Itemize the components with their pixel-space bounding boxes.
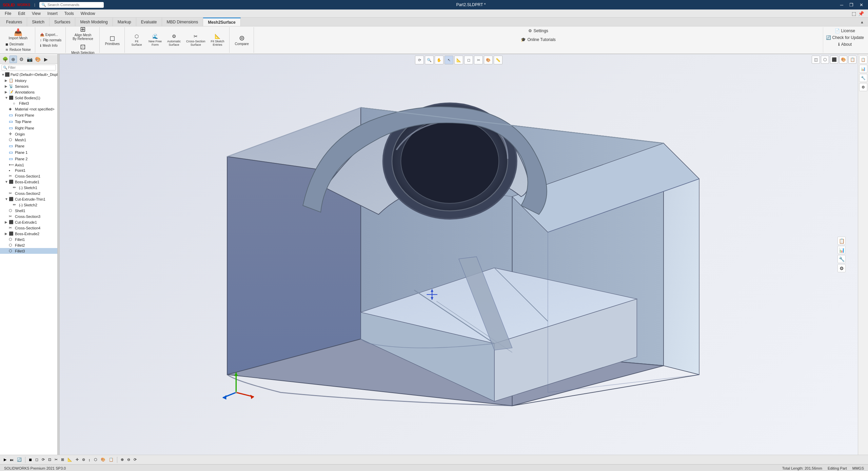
bt-cut-btn[interactable]: ✂: [54, 456, 59, 464]
tree-item-plane[interactable]: ▭ Plane: [0, 143, 57, 149]
right-panel-btn-3[interactable]: 🔧: [859, 74, 867, 82]
right-panel-btn-2[interactable]: 📊: [859, 65, 867, 73]
tree-item-cross-section4[interactable]: ✂ Cross-Section4: [0, 225, 57, 231]
tree-item-boss-extrude1[interactable]: ▼ ⬛ Boss-Extrude1: [0, 179, 57, 185]
tab-mesh2surface[interactable]: Mesh2Surface: [203, 18, 240, 26]
ft-more-btn[interactable]: ▶: [42, 56, 50, 63]
vtt-section-btn[interactable]: ✂: [474, 56, 483, 64]
bt-play-btn[interactable]: ▶: [3, 456, 7, 464]
tree-item-axis1[interactable]: ⟵ Axis1: [0, 162, 57, 168]
vt-btn-4[interactable]: 🎨: [839, 56, 847, 64]
right-panel-btn-1[interactable]: 📋: [859, 56, 867, 64]
tree-item-mesh1[interactable]: ⬡ Mesh1: [0, 137, 57, 143]
tree-item-annotations[interactable]: ▶ 📝 Annotations: [0, 89, 57, 95]
tree-item-point1[interactable]: • Point1: [0, 168, 57, 173]
tree-item-solid-bodies[interactable]: ▼ ⬛ Solid Bodies(1): [0, 95, 57, 101]
new-free-form-button[interactable]: 🌊 New FreeForm: [146, 33, 164, 47]
ft-feature-manager-btn[interactable]: 🌳: [1, 56, 9, 63]
pin-icon[interactable]: 📌: [858, 11, 864, 16]
align-mesh-button[interactable]: ⊞ Align MeshBy Reference: [71, 25, 95, 42]
vtt-zoom-btn[interactable]: 🔍: [425, 56, 434, 64]
mesh-info-button[interactable]: ℹ Mesh Info: [39, 43, 63, 48]
bt-add-btn[interactable]: ⊕: [120, 456, 125, 464]
vtt-render-btn[interactable]: 🎨: [484, 56, 493, 64]
decimate-button[interactable]: ◼ Decimate: [4, 42, 32, 47]
ft-config-manager-btn[interactable]: ⚙: [18, 56, 25, 63]
ft-render-manager-btn[interactable]: 🎨: [34, 56, 41, 63]
license-button[interactable]: 📄 License: [835, 28, 855, 33]
tree-item-sketch1[interactable]: ✏ (-) Sketch1: [0, 185, 57, 190]
tree-item-shell1[interactable]: ⬡ Shell1: [0, 208, 57, 213]
tree-item-right-plane[interactable]: ▭ Right Plane: [0, 125, 57, 131]
tree-item-cross-section3[interactable]: ✂ Cross-Section3: [0, 213, 57, 219]
tree-item-sensors[interactable]: ▶ 📡 Sensors: [0, 83, 57, 89]
vt-btn-2[interactable]: ⬡: [821, 56, 829, 64]
reduce-noise-button[interactable]: ≋ Reduce Noise: [4, 47, 32, 52]
bt-flip-btn[interactable]: ↕: [87, 456, 92, 464]
tree-item-cross-section1[interactable]: ✂ Cross-Section1: [0, 173, 57, 179]
bt-cycle-btn[interactable]: ⟳: [133, 456, 138, 464]
import-mesh-button[interactable]: 📥 Import Mesh: [7, 28, 30, 41]
tree-item-history[interactable]: ▶ 📋 History: [0, 78, 57, 83]
menu-edit[interactable]: Edit: [15, 10, 28, 17]
tab-mbd-dimensions[interactable]: MBD Dimensions: [162, 18, 203, 26]
menu-window[interactable]: Window: [77, 10, 99, 17]
tree-root[interactable]: ▼ ⬛ Part2 (Default<<Default>_Display S: [0, 71, 57, 78]
bt-wireframe-btn[interactable]: ◻: [34, 456, 39, 464]
export-button[interactable]: 📤 Export...: [39, 32, 63, 37]
close-button[interactable]: ✕: [857, 2, 865, 8]
bt-compare-btn[interactable]: ⊜: [81, 456, 86, 464]
minimize-button[interactable]: ─: [838, 2, 845, 8]
cross-section-surface-button[interactable]: ✂ Cross-SectionSurface: [184, 33, 208, 47]
bt-solid-btn[interactable]: ◼: [28, 456, 33, 464]
tab-features[interactable]: Features: [1, 18, 27, 26]
bt-sub-btn[interactable]: ⊖: [126, 456, 131, 464]
tree-item-boss-extrude2[interactable]: ▶ ⬛ Boss-Extrude2: [0, 231, 57, 237]
rp-btn-1[interactable]: 📋: [837, 237, 846, 245]
rp-btn-4[interactable]: ⚙: [837, 264, 846, 272]
tree-item-cross-section2[interactable]: ✂ Cross-Section2: [0, 190, 57, 196]
vt-btn-1[interactable]: ◫: [812, 56, 820, 64]
tree-item-fillet3[interactable]: ⬡ Fillet3: [0, 248, 57, 254]
settings-button[interactable]: ⚙ Settings: [528, 28, 548, 33]
compare-button[interactable]: ⊜ Compare: [233, 34, 251, 47]
command-search[interactable]: 🔍: [39, 2, 104, 8]
tree-item-origin[interactable]: ✛ Origin: [0, 131, 57, 137]
tree-item-cut-extrude-thin1[interactable]: ▼ ⬛ Cut-Extrude-Thin1: [0, 196, 57, 202]
bt-grid-btn[interactable]: ⊞: [60, 456, 65, 464]
restore-button[interactable]: ❐: [847, 2, 855, 8]
vtt-snap-btn[interactable]: 📐: [454, 56, 463, 64]
bt-reset-btn[interactable]: 🔄: [16, 456, 23, 464]
menu-tools[interactable]: Tools: [61, 10, 77, 17]
flip-normals-button[interactable]: ↕ Flip normals: [39, 38, 63, 43]
tree-item-cut-extrude1[interactable]: ▶ ⬛ Cut-Extrude1: [0, 219, 57, 225]
vtt-rotate-btn[interactable]: ⟳: [415, 56, 424, 64]
bt-skip-btn[interactable]: ⏭: [9, 456, 15, 464]
tree-item-sketch2[interactable]: ✏ (-) Sketch2: [0, 202, 57, 208]
tab-markup[interactable]: Markup: [113, 18, 136, 26]
vtt-select-btn[interactable]: ↖: [445, 56, 453, 64]
about-button[interactable]: ℹ About: [838, 42, 852, 47]
bt-origin-btn[interactable]: ✛: [75, 456, 80, 464]
vtt-view-btn[interactable]: ◻: [464, 56, 473, 64]
tab-sketch[interactable]: Sketch: [27, 18, 50, 26]
search-input[interactable]: [47, 3, 102, 7]
online-tutorials-button[interactable]: 🎓 Online Tutorials: [521, 37, 555, 42]
vtt-measure-btn[interactable]: 📏: [494, 56, 502, 64]
right-panel-btn-4[interactable]: ⚙: [859, 83, 867, 91]
tree-item-fillet1[interactable]: ⬡ Fillet1: [0, 237, 57, 242]
tree-item-plane1[interactable]: ▭ Plane 1: [0, 149, 57, 156]
bt-rotate-view-btn[interactable]: ⟳: [41, 456, 46, 464]
fit-sketch-button[interactable]: 📐 Fit SketchEntries: [209, 33, 226, 47]
rp-btn-2[interactable]: 📊: [837, 246, 846, 254]
tree-item-fillet3-body[interactable]: ○ Fillet3: [0, 101, 57, 106]
menu-view[interactable]: View: [28, 10, 44, 17]
tree-item-plane2[interactable]: ▭ Plane 2: [0, 156, 57, 162]
vt-btn-3[interactable]: ⬛: [830, 56, 838, 64]
bt-list-btn[interactable]: 📋: [108, 456, 115, 464]
bt-selection-btn[interactable]: ⊡: [47, 456, 52, 464]
mesh-selection-button[interactable]: ⊡ Mesh Selection: [69, 42, 96, 56]
menu-insert[interactable]: Insert: [44, 10, 61, 17]
tree-item-material[interactable]: ◈ Material <not specified>: [0, 106, 57, 112]
tab-expand-icon[interactable]: ▲: [860, 20, 864, 24]
